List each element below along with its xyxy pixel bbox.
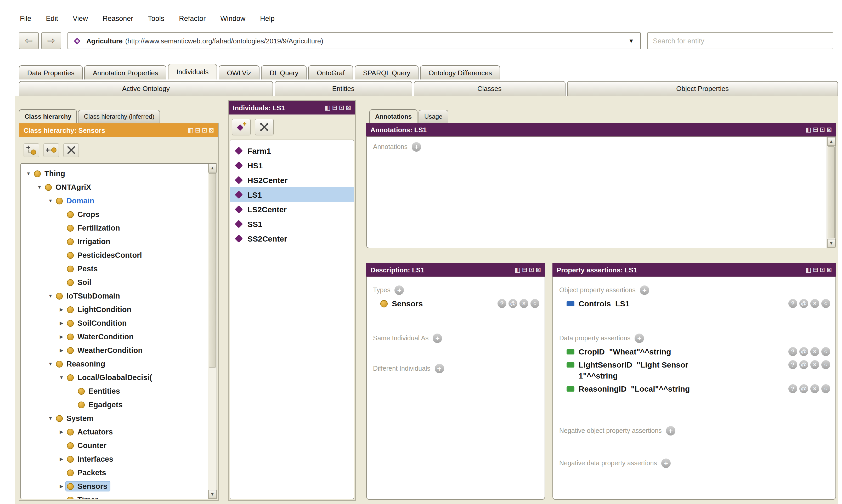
- tree-expanded-icon[interactable]: ▼: [46, 198, 55, 203]
- tree-node-local-gloabaldecisi[interactable]: ▼Local/GloabalDecisi(: [21, 371, 208, 384]
- delete-button[interactable]: ×: [810, 299, 819, 308]
- tree-collapsed-icon[interactable]: ▶: [57, 348, 66, 353]
- add-negative-object-property-assertion-button[interactable]: +: [666, 426, 676, 435]
- menu-tools[interactable]: Tools: [140, 14, 172, 22]
- menu-refactor[interactable]: Refactor: [172, 14, 213, 22]
- active-ontology-selector[interactable]: Agriculture (http://www.semanticweb.org/…: [68, 32, 641, 49]
- add-different-individuals-button[interactable]: +: [435, 364, 444, 373]
- float-icon[interactable]: ◧: [514, 266, 521, 273]
- tree-node-timer[interactable]: Timer: [21, 493, 208, 499]
- tree-node-interfaces[interactable]: ▶Interfaces: [21, 452, 208, 466]
- minimize-icon[interactable]: ⊟: [195, 127, 200, 133]
- tree-node-ontagrix[interactable]: ▼ONTAgriX: [21, 180, 208, 194]
- delete-button[interactable]: ×: [810, 347, 819, 356]
- tab-data-properties[interactable]: Data Properties: [19, 65, 83, 79]
- tab-ontograf[interactable]: OntoGraf: [309, 65, 353, 79]
- tree-node-watercondition[interactable]: ▶WaterCondition: [21, 330, 208, 343]
- scroll-up-button[interactable]: ▲: [208, 164, 216, 173]
- tab-annotations[interactable]: Annotations: [369, 109, 418, 123]
- tab-owlviz[interactable]: OWLViz: [219, 65, 260, 79]
- edit-button[interactable]: ○: [821, 384, 830, 393]
- tree-node-egadgets[interactable]: Egadgets: [21, 398, 208, 412]
- add-individual-button[interactable]: [232, 119, 250, 136]
- tab-object-properties[interactable]: Object Properties: [567, 81, 838, 96]
- add-subclass-button[interactable]: [23, 143, 39, 157]
- tree-node-sensors[interactable]: ▶Sensors: [21, 480, 208, 493]
- minimize-icon[interactable]: ⊟: [813, 126, 818, 133]
- tree-node-fertilization[interactable]: Fertilization: [21, 221, 208, 235]
- delete-individual-button[interactable]: [255, 119, 274, 136]
- tree-node-thing[interactable]: ▼Thing: [21, 167, 208, 180]
- class-tree-scrollbar[interactable]: ▲ ▼: [208, 164, 216, 499]
- maximize-icon[interactable]: ⊡: [820, 266, 825, 273]
- dropdown-arrow-icon[interactable]: ▼: [628, 38, 634, 44]
- tree-collapsed-icon[interactable]: ▶: [57, 321, 66, 326]
- tree-node-irrigation[interactable]: Irrigation: [21, 235, 208, 248]
- float-icon[interactable]: ◧: [805, 126, 811, 133]
- tab-entities[interactable]: Entities: [275, 81, 412, 96]
- annotate-button[interactable]: @: [800, 347, 808, 356]
- delete-class-button[interactable]: [63, 143, 79, 157]
- tree-node-domain[interactable]: ▼Domain: [21, 194, 208, 208]
- float-icon[interactable]: ◧: [805, 266, 811, 273]
- close-icon[interactable]: ⊠: [827, 266, 832, 273]
- minimize-icon[interactable]: ⊟: [522, 266, 527, 273]
- explain-button[interactable]: ?: [497, 299, 506, 308]
- tree-collapsed-icon[interactable]: ▶: [57, 307, 66, 312]
- tree-collapsed-icon[interactable]: ▶: [57, 484, 66, 489]
- edit-button[interactable]: ○: [821, 360, 830, 369]
- individual-hs2center[interactable]: HS2Center: [230, 173, 354, 187]
- tab-classes[interactable]: Classes: [414, 81, 565, 96]
- scroll-up-button[interactable]: ▲: [827, 137, 836, 146]
- tab-sparql-query[interactable]: SPARQL Query: [355, 65, 419, 79]
- maximize-icon[interactable]: ⊡: [529, 266, 534, 273]
- scroll-thumb[interactable]: [209, 173, 216, 367]
- add-negative-data-property-assertion-button[interactable]: +: [661, 458, 671, 468]
- forward-button[interactable]: ⇨: [41, 32, 61, 49]
- tab-annotation-properties[interactable]: Annotation Properties: [85, 65, 166, 79]
- explain-button[interactable]: ?: [788, 360, 797, 369]
- tab-dl-query[interactable]: DL Query: [261, 65, 307, 79]
- annotate-button[interactable]: @: [800, 360, 808, 369]
- annotate-button[interactable]: @: [508, 299, 518, 308]
- delete-button[interactable]: ×: [520, 299, 528, 308]
- individual-ss1[interactable]: SS1: [230, 216, 354, 231]
- tree-collapsed-icon[interactable]: ▶: [57, 334, 66, 339]
- tree-node-soil[interactable]: Soil: [21, 275, 208, 289]
- back-button[interactable]: ⇦: [19, 32, 39, 49]
- edit-button[interactable]: ○: [530, 299, 539, 308]
- menu-edit[interactable]: Edit: [39, 14, 66, 22]
- maximize-icon[interactable]: ⊡: [339, 104, 344, 111]
- search-entity-input[interactable]: [647, 32, 834, 49]
- tree-node-actuators[interactable]: ▶Actuators: [21, 425, 208, 439]
- tree-node-eentities[interactable]: Eentities: [21, 384, 208, 398]
- add-same-individual-button[interactable]: +: [433, 334, 442, 343]
- close-icon[interactable]: ⊠: [209, 127, 214, 133]
- float-icon[interactable]: ◧: [324, 104, 331, 111]
- tree-node-iotsubdomain[interactable]: ▼IoTSubDomain: [21, 289, 208, 303]
- menu-view[interactable]: View: [65, 14, 95, 22]
- delete-button[interactable]: ×: [810, 384, 819, 393]
- tree-node-crops[interactable]: Crops: [21, 208, 208, 221]
- tree-node-weathercondition[interactable]: ▶WeatherCondition: [21, 343, 208, 357]
- menu-file[interactable]: File: [13, 14, 39, 22]
- tree-expanded-icon[interactable]: ▼: [46, 416, 55, 421]
- tree-expanded-icon[interactable]: ▼: [35, 184, 44, 190]
- tree-collapsed-icon[interactable]: ▶: [57, 456, 66, 462]
- tree-node-packets[interactable]: Packets: [21, 466, 208, 480]
- annotations-scrollbar[interactable]: ▲ ▼: [827, 137, 836, 248]
- edit-button[interactable]: ○: [821, 347, 830, 356]
- maximize-icon[interactable]: ⊡: [202, 127, 207, 133]
- menu-window[interactable]: Window: [213, 14, 253, 22]
- individual-ss2center[interactable]: SS2Center: [230, 231, 354, 246]
- scroll-down-button[interactable]: ▼: [208, 490, 216, 499]
- float-icon[interactable]: ◧: [188, 127, 194, 133]
- menu-help[interactable]: Help: [253, 14, 282, 22]
- add-annotation-button[interactable]: +: [412, 142, 421, 151]
- tree-node-reasoning[interactable]: ▼Reasoning: [21, 357, 208, 371]
- add-type-button[interactable]: +: [395, 286, 404, 295]
- minimize-icon[interactable]: ⊟: [332, 104, 337, 111]
- tree-expanded-icon[interactable]: ▼: [46, 361, 55, 366]
- annotate-button[interactable]: @: [800, 299, 808, 308]
- tree-expanded-icon[interactable]: ▼: [24, 171, 33, 176]
